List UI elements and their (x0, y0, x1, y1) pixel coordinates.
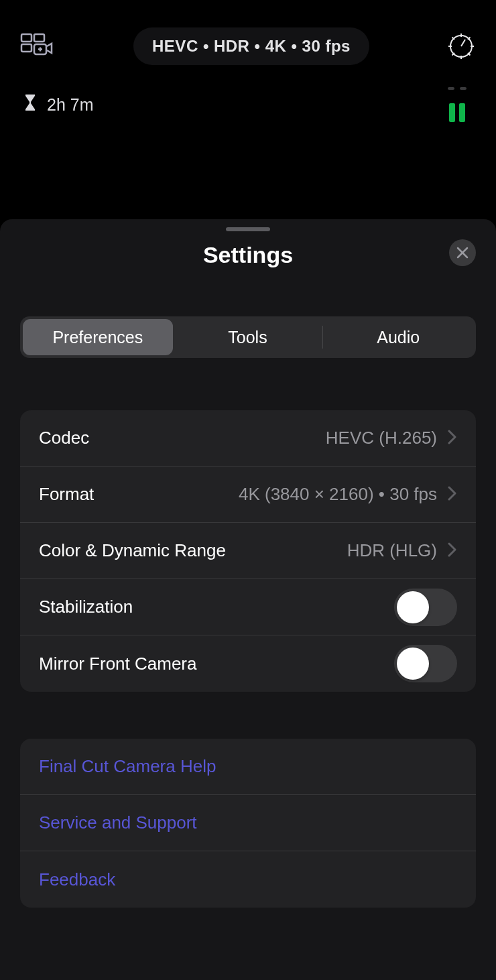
stabilization-label: Stabilization (39, 597, 133, 617)
link-feedback[interactable]: Feedback (20, 851, 476, 908)
settings-sheet: Settings Preferences Tools Audio Codec H… (0, 219, 496, 980)
time-remaining: 2h 7m (24, 95, 93, 115)
svg-rect-0 (21, 34, 32, 42)
gear-icon[interactable] (446, 32, 476, 61)
preferences-list: Codec HEVC (H.265) Format 4K (3840 × 216… (20, 410, 476, 692)
stabilization-toggle[interactable] (394, 589, 457, 626)
svg-rect-2 (21, 44, 32, 52)
tab-preferences[interactable]: Preferences (23, 319, 173, 355)
row-format[interactable]: Format 4K (3840 × 2160) • 30 fps (20, 467, 476, 523)
multicam-icon[interactable] (20, 33, 56, 60)
chevron-right-icon (448, 542, 457, 560)
sheet-title: Settings (0, 242, 496, 268)
sheet-grabber[interactable] (226, 227, 270, 231)
chevron-right-icon (448, 486, 457, 503)
tab-tools[interactable]: Tools (173, 319, 323, 355)
mirror-label: Mirror Front Camera (39, 654, 196, 674)
format-label: Format (39, 484, 94, 505)
tab-audio[interactable]: Audio (323, 319, 473, 355)
mirror-toggle[interactable] (394, 645, 457, 682)
close-icon (456, 247, 469, 259)
top-bar: HEVC • HDR • 4K • 30 fps (0, 0, 496, 64)
hourglass-icon (24, 95, 36, 115)
level-bars-icon (449, 103, 465, 122)
info-row: 2h 7m (0, 64, 496, 122)
audio-level-indicator (448, 87, 467, 122)
link-service-support[interactable]: Service and Support (20, 795, 476, 851)
svg-rect-1 (34, 34, 44, 42)
sheet-header: Settings (0, 237, 496, 290)
level-dots (448, 87, 467, 90)
codec-label: Codec (39, 428, 89, 448)
row-color-dynamic-range[interactable]: Color & Dynamic Range HDR (HLG) (20, 523, 476, 579)
close-button[interactable] (449, 239, 476, 266)
color-value: HDR (HLG) (347, 540, 437, 561)
row-codec[interactable]: Codec HEVC (H.265) (20, 410, 476, 467)
feedback-link-label: Feedback (39, 869, 115, 890)
codec-value: HEVC (H.265) (326, 428, 437, 448)
recording-status-pill[interactable]: HEVC • HDR • 4K • 30 fps (133, 27, 369, 65)
row-mirror-front-camera: Mirror Front Camera (20, 635, 476, 692)
toggle-knob (397, 591, 429, 623)
row-stabilization: Stabilization (20, 579, 476, 635)
svg-line-15 (461, 40, 465, 46)
support-link-label: Service and Support (39, 812, 197, 833)
help-link-label: Final Cut Camera Help (39, 756, 216, 777)
chevron-right-icon (448, 430, 457, 447)
color-label: Color & Dynamic Range (39, 540, 226, 561)
link-help[interactable]: Final Cut Camera Help (20, 739, 476, 795)
toggle-knob (397, 648, 429, 680)
format-value: 4K (3840 × 2160) • 30 fps (239, 484, 437, 505)
settings-tabs: Preferences Tools Audio (20, 316, 476, 358)
support-links-list: Final Cut Camera Help Service and Suppor… (20, 739, 476, 908)
time-remaining-value: 2h 7m (47, 95, 93, 115)
